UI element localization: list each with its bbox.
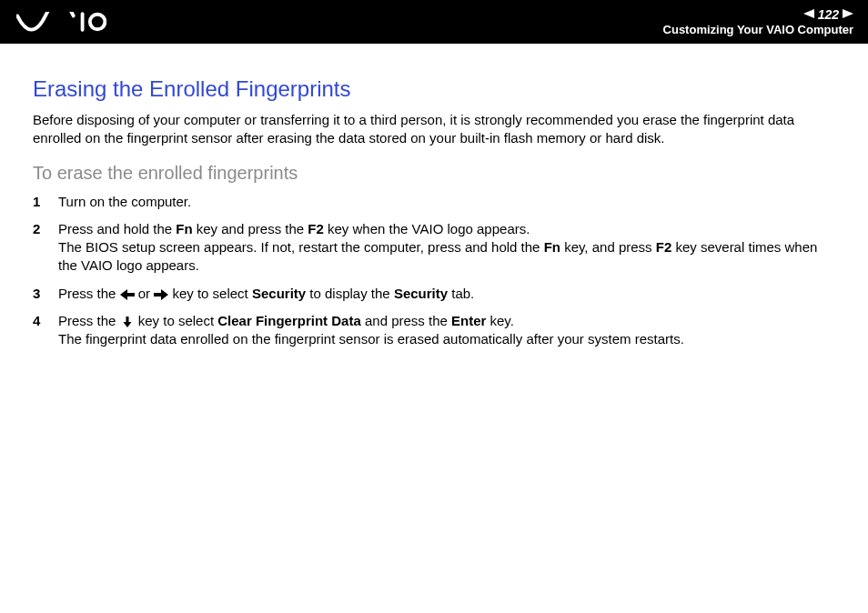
step-text: key to select [135, 313, 218, 328]
prev-page-arrow-icon[interactable] [803, 8, 814, 21]
tab-security: Security [252, 286, 306, 301]
step-1: Turn on the computer. [33, 193, 835, 211]
step-1-text: Turn on the computer. [58, 194, 191, 209]
option-clear-fingerprint: Clear Fingerprint Data [217, 313, 361, 328]
page-nav: 122 [663, 7, 853, 23]
header-right: 122 Customizing Your VAIO Computer [663, 7, 853, 36]
header-section-title: Customizing Your VAIO Computer [663, 23, 853, 37]
arrow-down-icon [120, 317, 135, 327]
svg-marker-2 [803, 9, 814, 18]
arrow-left-icon [120, 289, 135, 300]
step-3: Press the or key to select Security to d… [33, 285, 835, 303]
step-2: Press and hold the Fn key and press the … [33, 220, 835, 276]
step-text: and press the [361, 313, 451, 328]
step-4: Press the key to select Clear Fingerprin… [33, 312, 835, 349]
key-fn: Fn [176, 221, 192, 236]
step-text: key and press the [193, 221, 308, 236]
procedure-heading: To erase the enrolled fingerprints [33, 163, 835, 184]
step-text: key when the VAIO logo appears. [324, 221, 530, 236]
step-text: Press the [58, 313, 120, 328]
key-fn: Fn [544, 239, 560, 255]
key-f2: F2 [656, 239, 672, 255]
next-page-arrow-icon[interactable] [843, 8, 853, 21]
svg-marker-4 [120, 289, 135, 300]
step-text: Press the [58, 286, 120, 301]
step-text: Press and hold the [58, 221, 176, 236]
step-text: tab. [448, 286, 474, 301]
step-text: The BIOS setup screen appears. If not, r… [58, 239, 544, 255]
section-title: Erasing the Enrolled Fingerprints [33, 76, 835, 102]
step-text: to display the [306, 286, 394, 301]
svg-marker-3 [843, 9, 853, 18]
svg-marker-5 [154, 289, 168, 300]
page-content: Erasing the Enrolled Fingerprints Before… [0, 44, 868, 348]
step-text: The fingerprint data enrolled on the fin… [58, 331, 684, 347]
svg-point-1 [90, 15, 106, 30]
intro-paragraph: Before disposing of your computer or tra… [33, 111, 835, 148]
step-text: key, and press [560, 239, 656, 255]
tab-security: Security [394, 286, 448, 301]
key-f2: F2 [308, 221, 324, 236]
page-header: 122 Customizing Your VAIO Computer [0, 0, 868, 44]
key-enter: Enter [451, 313, 486, 328]
step-text: key. [486, 313, 514, 328]
arrow-right-icon [154, 289, 168, 300]
step-text: key to select [168, 286, 252, 301]
steps-list: Turn on the computer. Press and hold the… [33, 193, 835, 349]
vaio-logo [16, 12, 106, 32]
svg-marker-6 [123, 317, 131, 327]
step-text: or [135, 286, 155, 301]
page-number: 122 [818, 7, 839, 23]
